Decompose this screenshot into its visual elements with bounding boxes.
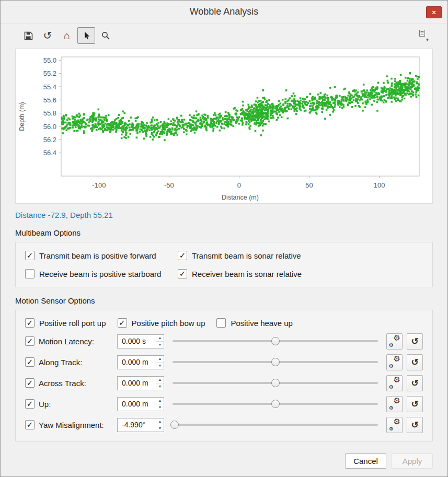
svg-text:-50: -50	[164, 181, 174, 189]
checkbox-label: Receiver beam is sonar relative	[192, 270, 302, 278]
close-button[interactable]: ×	[426, 6, 442, 18]
cancel-button[interactable]: Cancel	[345, 453, 386, 469]
checkbox-option[interactable]: ✓ Positive pitch bow up	[118, 318, 205, 328]
spin-buttons: ▲ ▼	[156, 377, 164, 390]
chart-options-button[interactable]: ▾	[415, 29, 433, 42]
spin-up-button[interactable]: ▲	[156, 418, 164, 425]
undo-view-button[interactable]: ↺	[39, 27, 56, 44]
checkbox-option[interactable]: ✓ Positive roll port up	[25, 318, 106, 328]
undo-icon: ↺	[411, 400, 418, 409]
checkbox-option[interactable]: ✓ Transmit beam is positive forward	[25, 251, 174, 260]
motion-row: ✓ Motion Latency: 0.000 s ▲ ▼ ⚙ ⚙ ↺	[25, 331, 423, 352]
checkbox[interactable]: ✓	[25, 378, 35, 388]
checkbox-option[interactable]: ✓ Transmit beam is sonar relative	[178, 251, 302, 260]
slider[interactable]	[170, 378, 380, 388]
multibeam-options-heading: Multibeam Options	[15, 228, 433, 237]
slider-handle[interactable]	[271, 400, 280, 408]
reset-button[interactable]: ↺	[407, 354, 423, 370]
value-spinbox[interactable]: 0.000 m ▲ ▼	[117, 376, 164, 390]
svg-text:55.0: 55.0	[43, 56, 56, 64]
reset-button[interactable]: ↺	[407, 375, 423, 391]
spin-up-button[interactable]: ▲	[156, 398, 164, 404]
apply-button: Apply	[392, 453, 433, 469]
reset-button[interactable]: ↺	[407, 396, 423, 412]
undo-icon: ↺	[411, 358, 418, 367]
checkbox[interactable]: ✓	[178, 251, 187, 260]
slider[interactable]	[170, 357, 380, 367]
value-spinbox[interactable]: 0.000 s ▲ ▼	[117, 334, 164, 348]
spin-buttons: ▲ ▼	[156, 335, 164, 348]
svg-text:56.4: 56.4	[43, 149, 56, 157]
spin-down-button[interactable]: ▼	[156, 383, 164, 390]
home-button[interactable]: ⌂	[58, 27, 76, 44]
spinbox-value: -4.990°	[118, 418, 156, 432]
spin-down-button[interactable]: ▼	[156, 425, 164, 432]
pointer-tool-button[interactable]	[77, 27, 95, 44]
dropdown-arrow-icon: ▾	[426, 37, 429, 42]
svg-text:Depth (m): Depth (m)	[18, 102, 26, 131]
slider-handle[interactable]	[271, 358, 280, 366]
checkbox[interactable]: ✓	[25, 251, 35, 260]
multibeam-options-group: ✓ Transmit beam is positive forward ✓ Tr…	[15, 242, 433, 287]
checkbox-label: Transmit beam is sonar relative	[192, 251, 301, 260]
save-button[interactable]	[19, 27, 37, 44]
spinbox-value: 0.000 m	[118, 356, 156, 369]
motion-row: ✓ Yaw Misalignment: -4.990° ▲ ▼ ⚙ ⚙ ↺	[25, 414, 423, 435]
settings-button[interactable]: ⚙ ⚙	[386, 396, 403, 412]
checkbox[interactable]: ✓	[25, 269, 35, 278]
slider-handle[interactable]	[170, 421, 179, 429]
reset-button[interactable]: ↺	[407, 417, 423, 433]
settings-button[interactable]: ⚙ ⚙	[386, 333, 403, 350]
spin-down-button[interactable]: ▼	[156, 363, 164, 369]
checkbox[interactable]: ✓	[25, 420, 35, 429]
slider[interactable]	[170, 336, 380, 346]
zoom-button[interactable]	[97, 27, 114, 44]
reset-button[interactable]: ↺	[407, 333, 423, 350]
checkbox[interactable]: ✓	[178, 269, 187, 278]
settings-button[interactable]: ⚙ ⚙	[386, 354, 403, 370]
motion-row-label: Motion Latency:	[39, 337, 113, 346]
svg-text:56.0: 56.0	[43, 123, 56, 131]
value-spinbox[interactable]: -4.990° ▲ ▼	[117, 418, 164, 432]
checkbox-label: Positive pitch bow up	[132, 319, 205, 328]
gears-icon: ⚙ ⚙	[389, 399, 400, 410]
chart-panel[interactable]: 55.055.255.455.655.856.056.256.4-100-500…	[15, 49, 433, 204]
checkbox[interactable]: ✓	[25, 399, 35, 409]
checkbox-option[interactable]: ✓ Receiver beam is sonar relative	[178, 269, 302, 278]
spin-up-button[interactable]: ▲	[156, 356, 164, 363]
motion-row: ✓ Up: 0.000 m ▲ ▼ ⚙ ⚙ ↺	[25, 393, 423, 414]
slider-handle[interactable]	[271, 379, 280, 387]
spin-down-button[interactable]: ▼	[156, 404, 164, 411]
checkbox[interactable]: ✓	[118, 318, 127, 328]
svg-text:55.8: 55.8	[43, 109, 56, 117]
motion-row-label: Up:	[39, 400, 113, 409]
value-spinbox[interactable]: 0.000 m ▲ ▼	[117, 355, 164, 369]
checkmark-icon: ✓	[27, 358, 33, 366]
spin-buttons: ▲ ▼	[156, 418, 164, 432]
options-sheet-icon	[419, 30, 426, 37]
checkbox-option[interactable]: ✓ Positive heave up	[216, 318, 292, 328]
spin-down-button[interactable]: ▼	[156, 342, 164, 348]
motion-rows: ✓ Motion Latency: 0.000 s ▲ ▼ ⚙ ⚙ ↺ ✓ Al…	[16, 329, 432, 441]
spin-up-button[interactable]: ▲	[156, 335, 164, 342]
checkbox[interactable]: ✓	[216, 318, 226, 328]
spin-up-button[interactable]: ▲	[156, 377, 164, 383]
undo-icon: ↺	[411, 421, 418, 429]
wobble-analysis-dialog: Wobble Analysis × ↺ ⌂	[0, 0, 448, 477]
slider-handle[interactable]	[271, 337, 280, 345]
checkbox-option[interactable]: ✓ Receive beam is positive starboard	[25, 269, 174, 278]
settings-button[interactable]: ⚙ ⚙	[386, 375, 403, 391]
motion-row: ✓ Along Track: 0.000 m ▲ ▼ ⚙ ⚙ ↺	[25, 352, 423, 373]
spin-buttons: ▲ ▼	[156, 356, 164, 369]
settings-button[interactable]: ⚙ ⚙	[386, 417, 403, 433]
slider-track	[173, 424, 378, 426]
checkmark-icon: ✓	[179, 251, 186, 259]
checkbox[interactable]: ✓	[25, 318, 35, 328]
scatter-plot[interactable]: 55.055.255.455.655.856.056.256.4-100-500…	[16, 49, 433, 203]
checkmark-icon: ✓	[27, 337, 33, 345]
slider[interactable]	[170, 399, 380, 409]
slider[interactable]	[170, 420, 380, 430]
checkbox[interactable]: ✓	[25, 336, 35, 346]
checkbox[interactable]: ✓	[25, 357, 35, 367]
value-spinbox[interactable]: 0.000 m ▲ ▼	[117, 397, 164, 411]
